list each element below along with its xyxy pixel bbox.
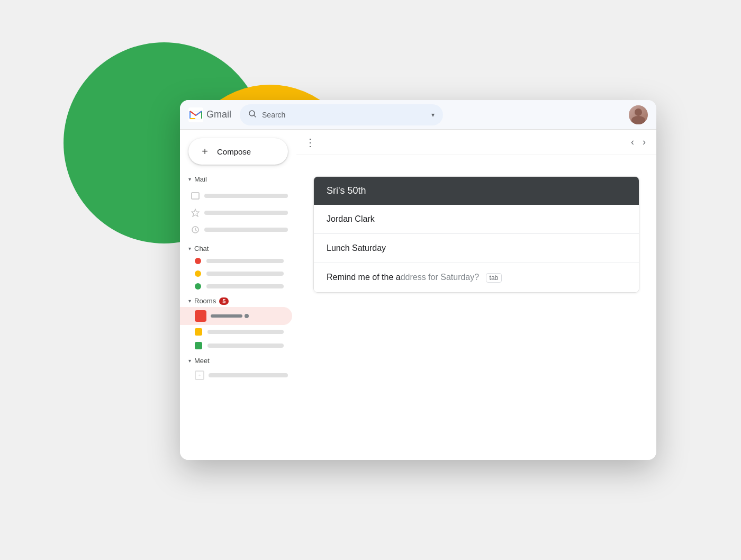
gmail-logo: Gmail: [188, 107, 231, 122]
mail-chevron-icon: ▾: [188, 176, 191, 182]
sidebar-section-mail: ▾ Mail: [180, 173, 296, 240]
back-arrow-button[interactable]: ‹: [629, 134, 636, 150]
search-placeholder-text: Search: [262, 111, 426, 119]
gmail-m-icon: [188, 107, 203, 122]
svg-marker-4: [192, 209, 199, 216]
content-toolbar: ⋮ ‹ ›: [296, 130, 656, 155]
search-bar[interactable]: Search ▾: [240, 104, 443, 125]
rooms-item-line-2: [207, 330, 284, 334]
avatar-image: [629, 105, 648, 124]
search-dropdown-icon[interactable]: ▾: [431, 111, 435, 119]
chat-item-line-3: [206, 284, 284, 288]
meet-section-label: Meet: [194, 357, 210, 365]
thread-item-jordan-text: Jordan Clark: [327, 214, 375, 223]
rooms-badge: 5: [219, 297, 229, 305]
sidebar-section-meet: ▾ Meet +: [180, 355, 296, 384]
mail-item-line-3: [204, 228, 288, 232]
star-icon: [191, 208, 200, 218]
chat-item-3[interactable]: [180, 280, 292, 293]
chat-section-label: Chat: [194, 245, 209, 252]
mail-item-snoozed[interactable]: [180, 221, 296, 238]
sidebar-section-chat: ▾ Chat: [180, 242, 296, 293]
mail-section-header[interactable]: ▾ Mail: [180, 173, 296, 185]
mail-section-label: Mail: [194, 175, 207, 183]
chat-item-2[interactable]: [180, 267, 292, 280]
inbox-icon: [191, 191, 200, 201]
sidebar-section-rooms: ▾ Rooms 5: [180, 295, 296, 353]
meet-item-line: [209, 373, 288, 377]
chat-dot-yellow: [195, 270, 201, 277]
browser-window: Gmail Search ▾ + Compose: [180, 100, 656, 460]
main-content: + Compose ▾ Mail: [180, 130, 656, 460]
thread-item-jordan[interactable]: Jordan Clark: [314, 205, 639, 234]
compose-button[interactable]: + Compose: [188, 138, 288, 165]
email-thread-card: Sri's 50th Jordan Clark Lunch Saturday R…: [313, 176, 639, 293]
nav-arrows: ‹ ›: [629, 134, 648, 150]
forward-arrow-button[interactable]: ›: [640, 134, 648, 150]
mail-items: [180, 185, 296, 240]
meet-chevron-icon: ▾: [188, 358, 191, 364]
chat-dot-red: [195, 258, 201, 264]
app-header: Gmail Search ▾: [180, 100, 656, 130]
more-options-button[interactable]: ⋮: [305, 136, 316, 149]
meet-section-header[interactable]: ▾ Meet: [180, 355, 296, 367]
compose-plus-icon: +: [199, 146, 211, 157]
rooms-item-2[interactable]: [180, 325, 292, 339]
thread-item-remind[interactable]: Remind me of the address for Saturday? t…: [314, 263, 639, 292]
progress-fill: [211, 314, 242, 318]
search-icon: [248, 110, 257, 120]
typed-text: Remind me of the a: [327, 273, 401, 282]
meet-video-icon: +: [195, 371, 204, 380]
rooms-progress-bar: [211, 314, 286, 318]
chat-dot-green: [195, 283, 201, 290]
rooms-section-label: Rooms: [194, 297, 216, 305]
thread-header: Sri's 50th: [314, 177, 639, 205]
mail-item-starred[interactable]: [180, 204, 296, 221]
rooms-item-line-3: [207, 344, 284, 348]
mail-item-inbox[interactable]: [180, 187, 296, 204]
mail-item-line-1: [204, 194, 288, 198]
avatar[interactable]: [629, 105, 648, 124]
snoozed-icon: [191, 225, 200, 234]
rooms-chevron-icon: ▾: [188, 298, 191, 304]
chat-item-1[interactable]: [180, 255, 292, 267]
tab-key-badge: tab: [486, 273, 502, 283]
sidebar: + Compose ▾ Mail: [180, 130, 296, 460]
gmail-text-label: Gmail: [206, 109, 231, 120]
rooms-item-3[interactable]: [180, 339, 292, 353]
rooms-section-header[interactable]: ▾ Rooms 5: [180, 295, 296, 307]
chat-section-header[interactable]: ▾ Chat: [180, 242, 296, 255]
chat-item-line-2: [206, 272, 284, 276]
suggested-text: ddress for Saturday?: [401, 273, 480, 282]
thread-item-lunch[interactable]: Lunch Saturday: [314, 234, 639, 263]
mail-item-line-2: [204, 211, 288, 215]
progress-indicator: [245, 314, 249, 318]
thread-title: Sri's 50th: [327, 185, 366, 196]
meet-item-1[interactable]: +: [180, 367, 296, 384]
rooms-dot-yellow: [195, 328, 202, 336]
chat-item-line-1: [206, 259, 284, 263]
content-panel: ⋮ ‹ › Sri's 50th Jordan Clark Lunch Satu…: [296, 130, 656, 460]
chat-chevron-icon: ▾: [188, 246, 191, 251]
rooms-dot-red: [195, 310, 206, 322]
rooms-item-1-active[interactable]: [180, 307, 292, 325]
compose-label: Compose: [217, 147, 251, 156]
thread-item-lunch-text: Lunch Saturday: [327, 243, 386, 252]
svg-rect-3: [192, 193, 199, 199]
rooms-dot-green: [195, 342, 202, 349]
svg-line-2: [254, 115, 256, 117]
